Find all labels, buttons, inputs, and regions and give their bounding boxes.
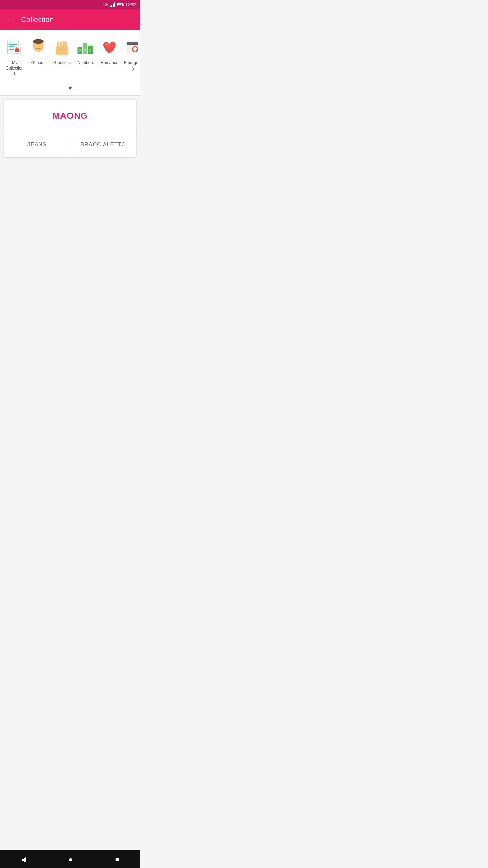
flashcard-top: MAONG	[4, 100, 136, 132]
category-label-emergency: Emergency	[123, 60, 138, 71]
expand-row[interactable]: ▾	[0, 82, 140, 96]
back-button[interactable]: ←	[5, 14, 16, 25]
my-collections-icon	[4, 37, 25, 58]
svg-text:3: 3	[89, 48, 92, 53]
category-item-romance[interactable]: Romance	[98, 35, 121, 79]
flashcard-word: MAONG	[53, 111, 88, 121]
category-item-numbers[interactable]: 2 1 3 Numbers	[74, 35, 98, 79]
category-item-my-collections[interactable]: My Collections	[3, 35, 26, 79]
category-item-general[interactable]: General	[26, 35, 50, 79]
category-label-romance: Romance	[101, 60, 118, 66]
card-area: MAONG JEANSBRACCIALETTO	[0, 96, 140, 161]
flashcard-translation-1: BRACCIALETTO	[70, 132, 137, 157]
category-label-greetings: Greetings	[53, 60, 71, 66]
battery-icon	[117, 3, 123, 6]
flashcard[interactable]: MAONG JEANSBRACCIALETTO	[4, 100, 136, 157]
category-item-emergency[interactable]: Emergency	[121, 35, 138, 79]
svg-text:1: 1	[84, 48, 86, 53]
svg-point-31	[106, 43, 109, 46]
status-bar: 4G 12:53	[0, 0, 140, 9]
greetings-icon	[51, 37, 73, 58]
category-item-greetings[interactable]: Greetings	[50, 35, 74, 79]
numbers-icon: 2 1 3	[75, 37, 97, 58]
svg-point-19	[34, 40, 43, 44]
category-label-numbers: Numbers	[78, 60, 94, 66]
clock: 12:53	[125, 2, 136, 7]
signal-icon	[110, 2, 115, 7]
network-label: 4G	[102, 2, 108, 7]
category-section: My Collections General Greeting	[0, 30, 140, 82]
emergency-icon	[122, 37, 138, 58]
svg-text:2: 2	[79, 48, 81, 53]
svg-rect-6	[15, 49, 19, 52]
svg-rect-24	[65, 42, 67, 47]
category-row: My Collections General Greeting	[3, 35, 138, 79]
app-bar: ← Collection	[0, 9, 140, 30]
romance-icon	[99, 37, 120, 58]
svg-rect-23	[57, 42, 59, 48]
flashcard-translation-0: JEANS	[4, 132, 70, 157]
category-label-my-collections: My Collections	[5, 60, 24, 76]
category-label-general: General	[31, 60, 46, 66]
svg-rect-22	[63, 41, 65, 47]
svg-rect-37	[133, 48, 137, 50]
general-icon	[27, 37, 49, 58]
svg-rect-16	[37, 49, 39, 50]
svg-rect-34	[128, 42, 138, 44]
page-title: Collection	[21, 15, 54, 24]
chevron-down-icon: ▾	[68, 84, 72, 92]
svg-rect-21	[60, 42, 62, 49]
flashcard-bottom: JEANSBRACCIALETTO	[4, 132, 136, 157]
